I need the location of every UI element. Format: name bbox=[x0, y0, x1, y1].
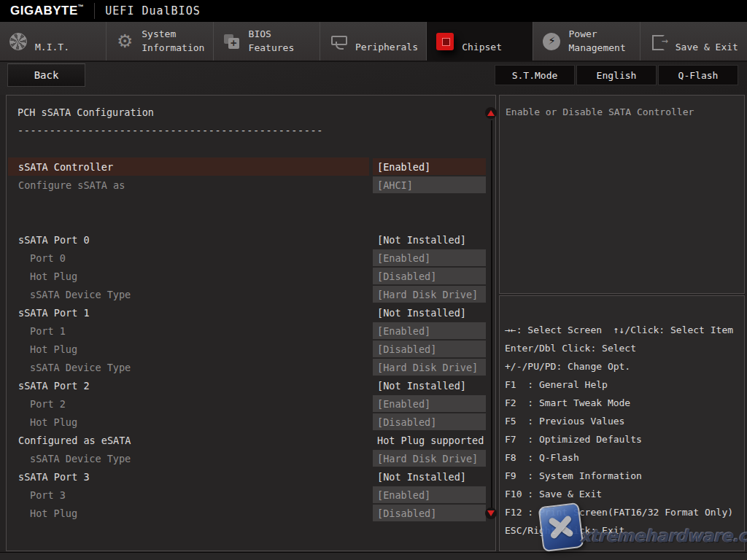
settings-row: Port 2 [Enabled] bbox=[8, 394, 486, 413]
setting-label: sSATA Port 1 bbox=[8, 303, 369, 322]
settings-rows: sSATA Controller [Enabled] Configure sSA… bbox=[8, 158, 486, 522]
settings-row: Hot Plug [Disabled] bbox=[8, 504, 486, 522]
setting-value: [Enabled] bbox=[373, 322, 486, 339]
setting-value: [Disabled] bbox=[373, 341, 486, 357]
toolbar: Back S.T.Mode English Q-Flash bbox=[0, 62, 747, 95]
setting-label: Configure sSATA as bbox=[8, 176, 369, 194]
setting-label: Hot Plug bbox=[8, 340, 369, 358]
setting-value: [Enabled] bbox=[373, 249, 486, 266]
gigabyte-logo: GIGABYTE™ bbox=[0, 4, 84, 18]
tab-peripherals[interactable]: Peripherals bbox=[320, 22, 427, 61]
title-divider: ----------------------------------------… bbox=[18, 125, 323, 136]
settings-row: Hot Plug [Disabled] bbox=[8, 413, 486, 431]
help-panel: Enable or Disable SATA Controller bbox=[499, 95, 745, 294]
tab-save-exit[interactable]: Save & Exit bbox=[640, 22, 747, 61]
mit-icon bbox=[9, 32, 28, 51]
scroll-down-arrow[interactable] bbox=[485, 508, 497, 519]
setting-label: sSATA Device Type bbox=[8, 285, 369, 303]
system-info-icon bbox=[115, 32, 134, 51]
setting-label: sSATA Controller bbox=[8, 158, 369, 176]
toolbar-buttons: S.T.Mode English Q-Flash bbox=[495, 65, 738, 85]
tab-power[interactable]: Power Management bbox=[533, 22, 640, 61]
settings-row[interactable]: sSATA Port 3 [Not Installed] bbox=[8, 467, 486, 486]
setting-value: Hot Plug supported bbox=[373, 432, 486, 448]
setting-label: Port 3 bbox=[8, 486, 369, 504]
hotkey-line: Enter/Dbl Click: Select bbox=[505, 339, 744, 357]
setting-label: sSATA Port 0 bbox=[8, 230, 369, 249]
back-button[interactable]: Back bbox=[7, 63, 85, 87]
settings-row: Hot Plug [Disabled] bbox=[8, 340, 486, 358]
hotkeys-panel: →←: Select Screen ↑↓/Click: Select Item … bbox=[499, 295, 745, 551]
settings-row[interactable]: sSATA Controller [Enabled] bbox=[8, 158, 486, 176]
setting-value: [Enabled] bbox=[373, 486, 486, 503]
setting-label: Hot Plug bbox=[8, 267, 369, 285]
setting-value: [Not Installed] bbox=[373, 468, 486, 485]
setting-label: Hot Plug bbox=[8, 413, 369, 431]
tab-system-info[interactable]: System Information bbox=[107, 22, 213, 61]
settings-row: sSATA Device Type [Hard Disk Drive] bbox=[8, 285, 486, 303]
scroll-up-arrow[interactable] bbox=[485, 107, 497, 119]
setting-value: [Enabled] bbox=[373, 158, 486, 175]
power-icon bbox=[542, 32, 561, 51]
setting-value: [Not Installed] bbox=[373, 304, 486, 321]
setting-value: [Not Installed] bbox=[373, 377, 486, 394]
setting-value: [Disabled] bbox=[373, 505, 486, 521]
settings-row[interactable]: Configured as eSATA Hot Plug supported bbox=[8, 431, 486, 449]
scrollbar-track[interactable] bbox=[491, 120, 492, 511]
setting-label: Port 2 bbox=[8, 394, 369, 413]
settings-row: sSATA Device Type [Hard Disk Drive] bbox=[8, 358, 486, 376]
setting-label: Port 0 bbox=[8, 249, 369, 267]
hotkey-line: +/-/PU/PD: Change Opt. bbox=[505, 357, 744, 376]
page-title: PCH sSATA Configuration bbox=[18, 106, 154, 118]
settings-row: Port 1 [Enabled] bbox=[8, 322, 486, 340]
setting-label: sSATA Port 3 bbox=[8, 467, 369, 486]
setting-value: [Disabled] bbox=[373, 413, 486, 430]
settings-row[interactable]: sSATA Port 2 [Not Installed] bbox=[8, 376, 486, 394]
setting-value: [AHCI] bbox=[373, 176, 486, 193]
hotkey-line: F9 : System Information bbox=[505, 467, 744, 485]
settings-row: Hot Plug [Disabled] bbox=[8, 267, 486, 285]
settings-row: Configure sSATA as [AHCI] bbox=[8, 176, 486, 194]
tab-label: Peripherals bbox=[355, 41, 418, 54]
hotkey-line: ESC/Right Click: Exit bbox=[505, 521, 744, 540]
settings-row: Port 0 [Enabled] bbox=[8, 249, 486, 267]
hotkey-line: F8 : Q-Flash bbox=[505, 448, 744, 467]
tab-bios-features[interactable]: BIOS Features bbox=[214, 22, 320, 61]
setting-value: [Hard Disk Drive] bbox=[373, 286, 486, 303]
setting-label: sSATA Device Type bbox=[8, 358, 369, 376]
toolbar-button[interactable]: English bbox=[576, 65, 657, 85]
tab-chipset[interactable]: Chipset bbox=[427, 22, 533, 61]
hotkey-line: F7 : Optimized Defaults bbox=[505, 430, 744, 448]
tab-label: BIOS Features bbox=[249, 28, 320, 54]
toolbar-button[interactable]: Q-Flash bbox=[658, 65, 738, 85]
settings-panel: PCH sSATA Configuration ----------------… bbox=[6, 95, 496, 551]
chipset-icon bbox=[436, 32, 454, 51]
settings-row: Port 3 [Enabled] bbox=[8, 486, 486, 504]
tab-label: Power Management bbox=[568, 28, 639, 54]
hotkey-line: F2 : Smart Tweak Mode bbox=[505, 394, 744, 412]
settings-row: sSATA Device Type [Hard Disk Drive] bbox=[8, 449, 486, 467]
setting-value: [Hard Disk Drive] bbox=[373, 359, 486, 376]
save-exit-icon bbox=[649, 32, 668, 51]
setting-label: Port 1 bbox=[8, 322, 369, 340]
bios-features-icon bbox=[222, 32, 241, 51]
toolbar-button[interactable]: S.T.Mode bbox=[495, 65, 575, 85]
peripherals-icon bbox=[329, 32, 348, 51]
settings-row[interactable]: sSATA Port 1 [Not Installed] bbox=[8, 303, 486, 322]
settings-row[interactable]: sSATA Port 0 [Not Installed] bbox=[8, 230, 486, 249]
tab-bar: M.I.T. System Information BIOS Features … bbox=[0, 22, 747, 62]
hotkey-line: →←: Select Screen ↑↓/Click: Select Item bbox=[505, 321, 744, 339]
bios-title: UEFI DualBIOS bbox=[105, 4, 200, 18]
tab-label: Chipset bbox=[462, 41, 502, 54]
setting-value: [Disabled] bbox=[373, 268, 486, 284]
setting-value: [Hard Disk Drive] bbox=[373, 450, 486, 467]
setting-label: sSATA Device Type bbox=[8, 449, 369, 467]
tab-label: Save & Exit bbox=[676, 41, 738, 54]
top-bar: GIGABYTE™ UEFI DualBIOS bbox=[0, 0, 747, 22]
tab-mit[interactable]: M.I.T. bbox=[0, 22, 107, 61]
tab-label: M.I.T. bbox=[35, 41, 69, 54]
hotkey-line: F10 : Save & Exit bbox=[505, 485, 744, 503]
topbar-divider bbox=[94, 3, 95, 19]
hotkey-line: F1 : General Help bbox=[505, 376, 744, 394]
hotkey-line: F12 : Print Screen(FAT16/32 Format Only) bbox=[505, 503, 744, 521]
